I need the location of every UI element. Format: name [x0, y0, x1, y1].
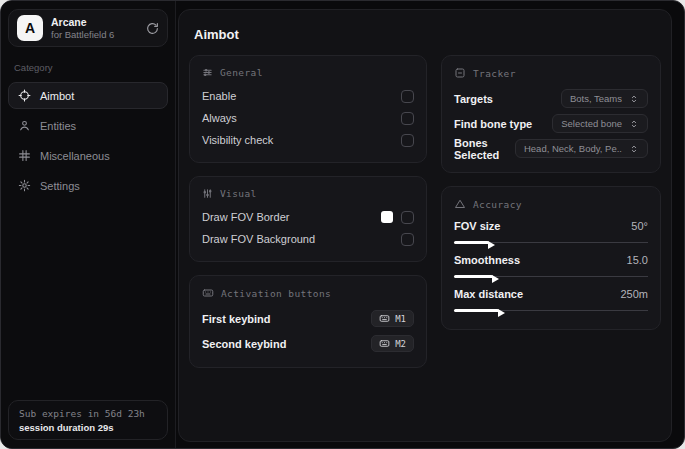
gear-icon	[18, 179, 31, 192]
sliders-vertical-icon	[202, 188, 213, 199]
activation-buttons-card: Activation buttons First keybind M1	[189, 275, 427, 368]
dropdown-value: Head, Neck, Body, Pe..	[524, 143, 622, 154]
always-checkbox[interactable]	[401, 112, 414, 125]
app-logo: A	[17, 15, 43, 41]
targets-dropdown[interactable]: Bots, Teams	[561, 89, 648, 108]
find-bone-type-dropdown[interactable]: Selected bone	[552, 114, 648, 133]
session-duration-text: session duration 29s	[19, 422, 157, 433]
brand-card: A Arcane for Battlefield 6	[8, 9, 168, 47]
sidebar: A Arcane for Battlefield 6 Category	[1, 1, 176, 448]
slider-thumb[interactable]	[498, 309, 505, 317]
slider-thumb[interactable]	[492, 275, 499, 283]
setting-row-targets: Targets Bots, Teams	[454, 86, 648, 111]
sidebar-item-entities[interactable]: Entities	[8, 112, 168, 139]
visual-card: Visual Draw FOV Border Draw FOV Backgrou…	[189, 176, 427, 262]
tracker-card: Tracker Targets Bots, Teams	[441, 55, 661, 173]
slider-fill	[454, 309, 499, 312]
logo-letter: A	[25, 20, 35, 36]
setting-label: Always	[202, 112, 237, 124]
tracker-card-title: Tracker	[473, 68, 516, 79]
crosshair-icon	[18, 89, 31, 102]
app-subtitle: for Battlefield 6	[51, 29, 114, 41]
chevrons-up-down-icon	[629, 144, 639, 154]
setting-label: Enable	[202, 90, 236, 102]
slider-label: Max distance	[454, 288, 523, 300]
general-card-title: General	[220, 67, 263, 78]
sliders-icon	[202, 67, 213, 78]
visibility-check-checkbox[interactable]	[401, 134, 414, 147]
sidebar-item-label: Entities	[40, 120, 76, 132]
content-panel: Aimbot General	[178, 9, 672, 442]
second-keybind-button[interactable]: M2	[371, 335, 414, 352]
fov-border-color-swatch[interactable]	[381, 211, 393, 223]
slider-fill	[454, 275, 493, 278]
slider-fill	[454, 241, 489, 244]
draw-fov-background-checkbox[interactable]	[401, 233, 414, 246]
control-group	[381, 211, 414, 224]
draw-fov-border-checkbox[interactable]	[401, 211, 414, 224]
bones-selected-dropdown[interactable]: Head, Neck, Body, Pe..	[515, 139, 648, 158]
setting-row-enable: Enable	[202, 85, 414, 107]
setting-label: Draw FOV Background	[202, 233, 315, 245]
visual-card-title: Visual	[220, 188, 257, 199]
setting-row-draw-fov-border: Draw FOV Border	[202, 206, 414, 228]
setting-label: Find bone type	[454, 118, 532, 130]
fov-size-slider[interactable]	[454, 237, 648, 247]
left-column: General Enable Always Visibility check	[189, 55, 427, 368]
setting-label: Draw FOV Border	[202, 211, 289, 223]
setting-row-first-keybind: First keybind M1	[202, 306, 414, 331]
setting-row-find-bone-type: Find bone type Selected bone	[454, 111, 648, 136]
sidebar-nav: Aimbot Entities Miscellaneous	[8, 82, 168, 199]
slider-value: 50°	[631, 220, 648, 232]
smoothness-slider-group: Smoothness 15.0	[454, 251, 648, 281]
dropdown-value: Selected bone	[561, 118, 622, 129]
setting-label: Visibility check	[202, 134, 273, 146]
subscription-info-box: Sub expires in 56d 23h session duration …	[8, 400, 168, 440]
dropdown-value: Bots, Teams	[570, 93, 622, 104]
scan-minus-icon	[454, 67, 466, 79]
setting-row-second-keybind: Second keybind M2	[202, 331, 414, 356]
columns: General Enable Always Visibility check	[189, 55, 661, 368]
slider-label: FOV size	[454, 220, 500, 232]
slider-label: Smoothness	[454, 254, 520, 266]
sync-icon[interactable]	[146, 22, 159, 35]
slider-value: 250m	[620, 288, 648, 300]
slider-label-row: Smoothness 15.0	[454, 251, 648, 269]
gauge-triangle-icon	[454, 198, 466, 210]
sidebar-item-label: Miscellaneous	[40, 150, 110, 162]
sidebar-item-aimbot[interactable]: Aimbot	[8, 82, 168, 109]
accuracy-card-header: Accuracy	[454, 198, 648, 210]
keyboard-icon	[379, 338, 390, 349]
accuracy-card-title: Accuracy	[473, 199, 522, 210]
first-keybind-button[interactable]: M1	[371, 310, 414, 327]
chevrons-up-down-icon	[629, 94, 639, 104]
smoothness-slider[interactable]	[454, 271, 648, 281]
visual-card-header: Visual	[202, 188, 414, 199]
accuracy-card: Accuracy FOV size 50°	[441, 186, 661, 330]
grid-icon	[18, 149, 31, 162]
setting-row-bones-selected: Bones Selected Head, Neck, Body, Pe..	[454, 136, 648, 161]
sidebar-item-label: Aimbot	[40, 90, 74, 102]
app-title: Arcane	[51, 16, 114, 29]
sidebar-item-miscellaneous[interactable]: Miscellaneous	[8, 142, 168, 169]
setting-row-draw-fov-background: Draw FOV Background	[202, 228, 414, 250]
keyboard-icon	[379, 313, 390, 324]
sidebar-item-settings[interactable]: Settings	[8, 172, 168, 199]
main-area: Aimbot General	[176, 1, 684, 448]
app-window: A Arcane for Battlefield 6 Category	[0, 0, 685, 449]
slider-thumb[interactable]	[488, 241, 495, 249]
right-column: Tracker Targets Bots, Teams	[441, 55, 661, 330]
setting-row-always: Always	[202, 107, 414, 129]
activation-card-header: Activation buttons	[202, 287, 414, 299]
enable-checkbox[interactable]	[401, 90, 414, 103]
setting-label: First keybind	[202, 313, 270, 325]
max-distance-slider-group: Max distance 250m	[454, 285, 648, 315]
max-distance-slider[interactable]	[454, 305, 648, 315]
tracker-card-header: Tracker	[454, 67, 648, 79]
setting-label: Second keybind	[202, 338, 286, 350]
fov-size-slider-group: FOV size 50°	[454, 217, 648, 247]
brand-text: Arcane for Battlefield 6	[51, 16, 114, 41]
entities-icon	[18, 119, 31, 132]
page-title: Aimbot	[194, 27, 661, 42]
keybind-value: M2	[395, 339, 406, 349]
